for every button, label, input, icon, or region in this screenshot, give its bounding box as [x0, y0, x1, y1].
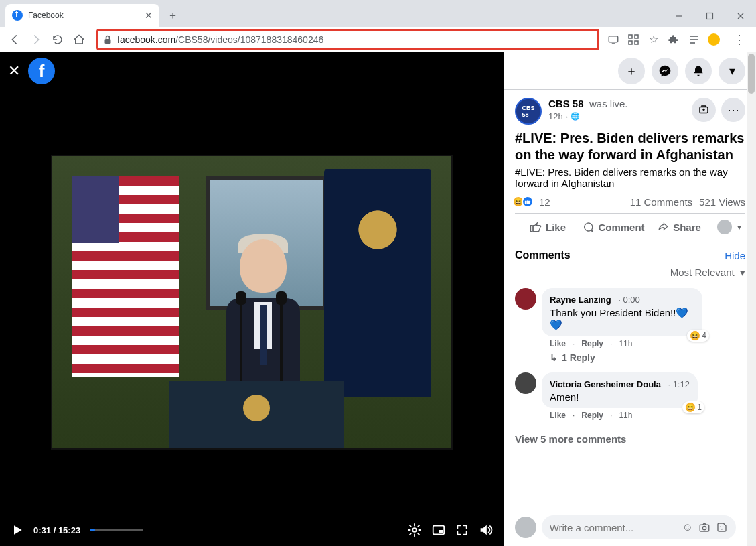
view-replies-link[interactable]: ↳ 1 Reply [542, 351, 745, 364]
camera-icon[interactable] [698, 521, 710, 533]
reaction-count[interactable]: 12 [539, 196, 550, 208]
svg-rect-18 [700, 525, 709, 531]
svg-rect-6 [612, 43, 615, 44]
svg-rect-1 [707, 13, 713, 19]
comment-avatar[interactable] [515, 372, 536, 394]
svg-rect-16 [439, 530, 443, 533]
reading-list-icon[interactable] [688, 33, 700, 46]
svg-point-21 [723, 527, 724, 528]
video-pane: ✕ f 0:31 / 15:23 [0, 52, 504, 546]
comment-bubble: Victoria Gensheimer Doula · 1:12 Amen! 😆… [542, 372, 698, 408]
notifications-button[interactable] [685, 58, 712, 84]
save-video-button[interactable] [692, 98, 716, 122]
account-menu-button[interactable]: ▾ [719, 58, 745, 84]
video-seek-bar[interactable] [90, 529, 143, 531]
compose-avatar[interactable] [515, 517, 536, 538]
fullscreen-icon[interactable] [455, 523, 469, 537]
emoji-icon[interactable]: ☺ [682, 521, 693, 533]
post-title: #LIVE: Pres. Biden delivers remarks on t… [504, 125, 756, 163]
browser-tab-strip: Facebook ✕ ＋ [0, 0, 756, 27]
share-button[interactable]: Share [646, 214, 712, 241]
comment-like-link[interactable]: Like [550, 339, 566, 348]
messenger-button[interactable] [652, 58, 678, 84]
comment-video-timestamp[interactable]: · 0:00 [618, 295, 640, 305]
like-button[interactable]: Like [515, 214, 581, 241]
comment-reaction-badge[interactable]: 😆1 [682, 401, 704, 413]
comment-time[interactable]: 11h [619, 411, 632, 420]
cast-icon[interactable] [607, 33, 619, 46]
address-bar[interactable]: facebook.com/CBS58/videos/10871883184602… [96, 29, 599, 50]
extension-yellow-icon[interactable] [708, 33, 720, 46]
page-name[interactable]: CBS 58 [548, 98, 584, 109]
facebook-logo[interactable]: f [28, 58, 55, 84]
comment-like-link[interactable]: Like [550, 411, 566, 420]
new-tab-button[interactable]: ＋ [163, 6, 182, 25]
close-video-button[interactable]: ✕ [8, 62, 20, 80]
view-count: 521 Views [699, 196, 745, 208]
pip-icon[interactable] [431, 523, 446, 537]
comment-video-timestamp[interactable]: · 1:12 [668, 379, 690, 389]
comment-text: Amen! [550, 391, 690, 403]
window-controls [664, 5, 756, 27]
video-viewport[interactable] [0, 90, 504, 514]
post-timestamp[interactable]: 12h [548, 111, 563, 121]
live-suffix: was live. [589, 98, 628, 109]
hide-comments-link[interactable]: Hide [725, 250, 745, 261]
browser-tab[interactable]: Facebook ✕ [5, 4, 159, 27]
play-button[interactable] [11, 523, 24, 537]
comment-input[interactable] [550, 522, 677, 533]
comment-author[interactable]: Victoria Gensheimer Doula [550, 379, 661, 389]
comment-bubble: Rayne Lanzing · 0:00 Thank you President… [542, 288, 702, 336]
bookmark-star-icon[interactable]: ☆ [648, 33, 660, 46]
comment-compose-row: ☺ [504, 508, 747, 546]
comment-reply-link[interactable]: Reply [581, 339, 603, 348]
comment-sort-dropdown[interactable]: Most Relevant ▾ [504, 264, 756, 284]
svg-rect-9 [629, 41, 632, 44]
comment-reaction-badge[interactable]: 😆4 [687, 330, 709, 342]
extension-grid-icon[interactable] [627, 33, 639, 46]
facebook-favicon [12, 10, 23, 21]
svg-rect-5 [609, 36, 618, 42]
comment-actions: Like · Reply · 11h [542, 336, 745, 351]
comment-count[interactable]: 11 Comments [630, 196, 692, 208]
nav-forward-button[interactable] [27, 30, 46, 49]
post-more-button[interactable]: ⋯ [721, 98, 745, 122]
comment-button[interactable]: Comment [581, 214, 646, 241]
volume-icon[interactable] [478, 523, 493, 537]
create-button[interactable]: ＋ [618, 58, 645, 84]
video-time: 0:31 / 15:23 [33, 525, 80, 535]
nav-home-button[interactable] [70, 30, 88, 49]
page-avatar[interactable]: CBS58 [515, 98, 542, 125]
window-minimize-button[interactable] [664, 5, 694, 27]
extension-icons: ☆ ⋮ [607, 32, 751, 47]
post-header: CBS58 CBS 58 was live. 12h · 🌐 ⋯ [504, 90, 756, 125]
nav-reload-button[interactable] [48, 30, 67, 49]
settings-gear-icon[interactable] [407, 523, 422, 537]
window-close-button[interactable] [725, 5, 756, 27]
window-maximize-button[interactable] [694, 5, 725, 27]
share-as-button[interactable]: ▼ [712, 214, 745, 241]
svg-rect-8 [635, 35, 638, 38]
extensions-puzzle-icon[interactable] [668, 33, 680, 46]
svg-point-19 [702, 527, 706, 530]
tab-close-icon[interactable]: ✕ [145, 10, 153, 21]
scrollbar[interactable] [747, 52, 756, 546]
comment-author[interactable]: Rayne Lanzing [550, 295, 611, 305]
post-description: #LIVE: Pres. Biden delivers remarks on t… [504, 163, 756, 189]
comment-reply-link[interactable]: Reply [581, 411, 603, 420]
lock-icon [104, 35, 112, 44]
comment-time[interactable]: 11h [619, 339, 632, 348]
chrome-menu-button[interactable]: ⋮ [728, 32, 751, 47]
post-meta: 12h · 🌐 [548, 111, 685, 121]
comment-input-box[interactable]: ☺ [542, 515, 736, 539]
comment-avatar[interactable] [515, 288, 536, 310]
view-more-comments-link[interactable]: View 5 more comments [504, 427, 756, 452]
comment-item: Rayne Lanzing · 0:00 Thank you President… [504, 284, 756, 368]
side-pane: ＋ ▾ CBS58 CBS 58 was live. 12h · 🌐 ⋯ #LI… [504, 52, 756, 546]
svg-point-14 [412, 528, 417, 532]
comment-text: Thank you President Biden!!💙💙 [550, 307, 694, 331]
reaction-icons[interactable]: 😆 [515, 196, 534, 208]
nav-back-button[interactable] [5, 30, 24, 49]
sticker-icon[interactable] [716, 521, 728, 533]
url-text: facebook.com/CBS58/videos/10871883184602… [117, 34, 323, 45]
